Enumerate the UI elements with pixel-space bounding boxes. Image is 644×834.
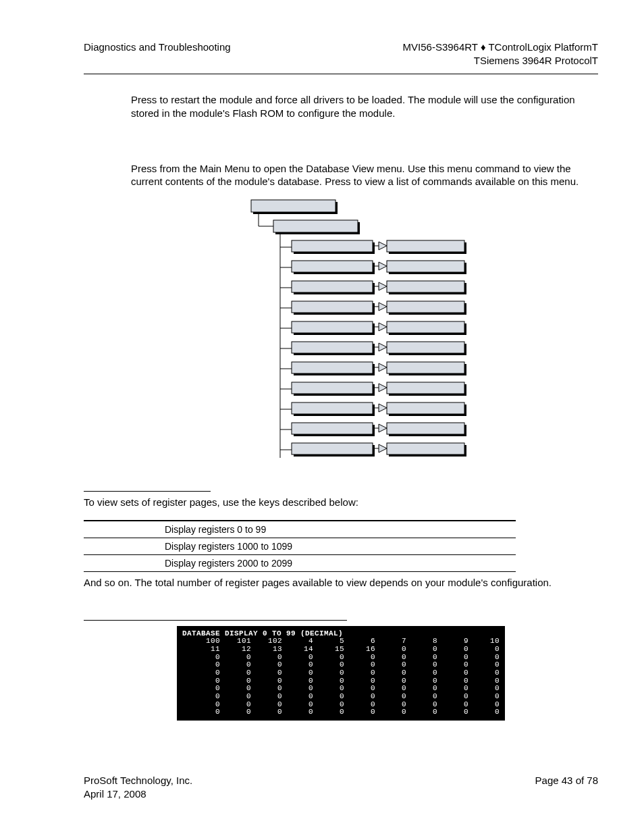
svg-marker-44 [379,343,387,351]
section-text-1: To view sets of register pages, use the … [84,496,598,509]
menu-tree-diagram [84,198,598,471]
svg-marker-72 [379,424,387,432]
svg-rect-39 [387,321,464,333]
footer-left: ProSoft Technology, Inc. April 17, 2008 [84,774,192,800]
page: Diagnostics and Troubleshooting MVI56-S3… [0,0,644,834]
svg-marker-30 [379,303,387,311]
svg-marker-79 [379,444,387,452]
svg-rect-42 [292,342,373,353]
svg-rect-49 [292,362,373,373]
terminal-row: 0000000000 [182,669,500,677]
svg-rect-28 [292,301,373,313]
svg-marker-23 [379,282,387,290]
footer-date: April 17, 2008 [84,787,192,801]
terminal-row: 0000000000 [182,708,500,716]
svg-rect-46 [387,342,464,353]
page-footer: ProSoft Technology, Inc. April 17, 2008 … [84,774,598,800]
svg-rect-81 [387,443,464,454]
footer-page: Page 43 of 78 [535,774,598,800]
svg-rect-53 [387,362,464,373]
svg-rect-25 [387,281,464,292]
table-row: Display registers 1000 to 1099 [84,538,516,555]
svg-rect-67 [387,402,464,414]
svg-rect-63 [292,402,373,414]
svg-rect-3 [273,220,358,232]
svg-rect-74 [387,423,464,434]
section-rule-2 [84,620,347,621]
svg-marker-58 [379,384,387,392]
svg-marker-65 [379,404,387,412]
register-table: Display registers 0 to 99Display registe… [84,515,516,572]
terminal-output: DATABASE DISPLAY 0 TO 99 (DECIMAL) 10010… [177,626,505,721]
svg-marker-37 [379,323,387,331]
svg-rect-35 [292,321,373,333]
table-cell-description: Display registers 1000 to 1099 [84,538,516,555]
svg-rect-21 [292,281,373,292]
svg-marker-9 [379,242,387,250]
header-left: Diagnostics and Troubleshooting [84,41,231,67]
terminal-row: 1112131415160000 [182,646,500,654]
svg-rect-11 [387,240,464,252]
svg-rect-1 [251,200,336,212]
svg-rect-70 [292,423,373,434]
svg-rect-60 [387,382,464,394]
table-cell-description: Display registers 2000 to 2099 [84,555,516,572]
svg-rect-56 [292,382,373,394]
terminal-row: 0000000000 [182,693,500,701]
svg-rect-14 [292,261,373,272]
header-rule [84,74,598,74]
svg-rect-32 [387,301,464,313]
paragraph-1: Press to restart the module and force al… [131,93,598,120]
header-right: MVI56-S3964RT ♦ TControlLogix PlatformT … [403,41,598,67]
table-cell-description: Display registers 0 to 99 [84,521,516,538]
header-right-line2: TSiemens 3964R ProtocolT [403,54,598,68]
svg-marker-16 [379,262,387,270]
section-text-2: And so on. The total number of register … [84,576,598,590]
header-right-line1: MVI56-S3964RT ♦ TControlLogix PlatformT [403,41,598,54]
svg-rect-7 [292,240,373,252]
svg-marker-51 [379,363,387,371]
table-row: Display registers 2000 to 2099 [84,555,516,572]
section-rule-1 [84,491,211,492]
svg-rect-18 [387,261,464,272]
page-header: Diagnostics and Troubleshooting MVI56-S3… [84,41,598,67]
table-row: Display registers 0 to 99 [84,521,516,538]
footer-company: ProSoft Technology, Inc. [84,774,192,787]
paragraph-2: Press from the Main Menu to open the Dat… [131,162,598,189]
svg-rect-77 [292,443,373,454]
